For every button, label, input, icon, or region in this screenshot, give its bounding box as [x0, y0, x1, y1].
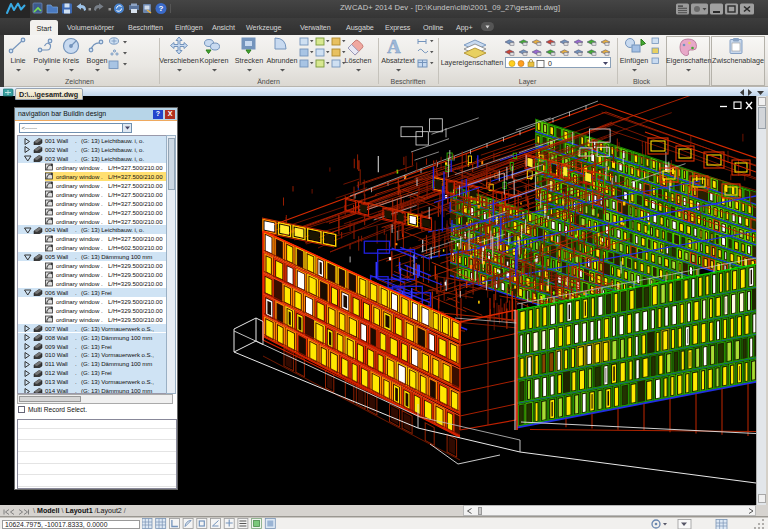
svg-text:?: ? — [159, 4, 164, 13]
svg-text:A: A — [387, 36, 401, 57]
